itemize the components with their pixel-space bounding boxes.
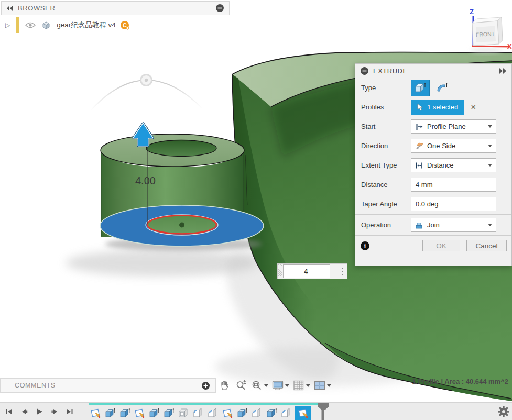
extent-type-row: Extent Type Distance <box>355 156 511 175</box>
cloud-status-badge: C <box>120 20 130 30</box>
chevron-down-icon <box>488 125 492 128</box>
start-dropdown[interactable]: Profile Plane <box>411 119 496 134</box>
ok-button[interactable]: OK <box>422 240 460 251</box>
dimension-options-menu-icon[interactable] <box>342 268 343 275</box>
timeline-item-extrude[interactable] <box>162 407 175 419</box>
operation-label: Operation <box>361 221 411 229</box>
active-component-bar <box>16 17 19 33</box>
z-axis-label: Z <box>470 8 474 16</box>
divider <box>355 235 511 236</box>
timeline-item-chamfer[interactable] <box>280 407 292 419</box>
taper-angle-row: Taper Angle 0.0 deg <box>355 194 511 214</box>
canvas-dimension-widget: 4 <box>277 263 347 279</box>
taper-angle-input[interactable]: 0.0 deg <box>411 197 496 211</box>
display-settings-button[interactable] <box>270 379 290 392</box>
start-row: Start Profile Plane <box>355 117 511 136</box>
pan-button[interactable] <box>218 379 233 392</box>
browser-panel-header: BROWSER <box>1 1 230 15</box>
expand-dialog-icon[interactable] <box>499 68 507 74</box>
timeline-bar <box>0 402 512 420</box>
zoom-button[interactable] <box>234 379 248 392</box>
sketch-center-point[interactable] <box>179 223 184 228</box>
browser-root-item[interactable]: ▷ gear纪念品教程 v4 C <box>5 17 130 34</box>
timeline-item-sketch[interactable] <box>221 407 234 419</box>
dialog-footer: i OK Cancel <box>355 236 511 251</box>
distance-label: Distance <box>361 181 411 189</box>
navigation-toolbar <box>218 378 332 393</box>
selected-profile-disc[interactable] <box>100 205 264 246</box>
operation-dropdown[interactable]: Join <box>411 218 496 232</box>
extrude-feature-icon <box>148 407 160 419</box>
timeline-item-extrude[interactable] <box>236 407 248 419</box>
timeline-item-sketch[interactable] <box>89 407 102 419</box>
go-to-start-button[interactable] <box>3 406 15 417</box>
step-back-button[interactable] <box>18 406 30 417</box>
extrude-feature-icon <box>266 407 277 419</box>
direction-label: Direction <box>361 142 411 150</box>
collapse-dialog-icon[interactable] <box>360 67 369 75</box>
step-forward-button[interactable] <box>49 406 60 417</box>
taper-rotate-manipulator[interactable] <box>90 75 203 112</box>
comments-title: COMMENTS <box>15 382 56 389</box>
chevron-down-icon <box>488 164 492 167</box>
type-solid-button[interactable] <box>411 80 430 96</box>
go-to-end-button[interactable] <box>64 406 75 417</box>
timeline-item-extrude[interactable] <box>104 407 116 419</box>
settings-gear-icon[interactable] <box>497 405 510 418</box>
extent-type-label: Extent Type <box>361 161 411 169</box>
operation-value: Join <box>427 221 484 229</box>
direction-row: Direction One Side <box>355 136 511 156</box>
profiles-label: Profiles <box>361 103 411 111</box>
play-button[interactable] <box>34 406 45 417</box>
comments-panel-header[interactable]: COMMENTS <box>0 378 216 393</box>
grid-layout-button[interactable] <box>291 379 311 392</box>
type-label: Type <box>361 84 411 92</box>
profiles-selected-chip[interactable]: 1 selected <box>411 100 464 115</box>
timeline-playhead[interactable] <box>315 403 331 420</box>
drag-handle[interactable] <box>278 264 282 278</box>
solid-extrude-icon <box>414 82 427 94</box>
timeline-item-sketch-current[interactable] <box>295 406 311 420</box>
timeline-item-shell[interactable] <box>177 407 190 419</box>
clear-selection-icon[interactable]: × <box>471 103 476 112</box>
browser-title: BROWSER <box>18 4 55 12</box>
visibility-eye-icon[interactable] <box>25 21 36 29</box>
chevron-down-icon <box>285 384 289 387</box>
extrude-dialog-header[interactable]: EXTRUDE <box>355 64 511 78</box>
timeline-item-extrude[interactable] <box>265 407 278 419</box>
collapse-panel-icon[interactable] <box>6 6 13 11</box>
distance-input[interactable]: 4 mm <box>411 178 496 192</box>
dialog-title: EXTRUDE <box>373 67 408 75</box>
x-axis-label: X <box>507 42 512 50</box>
add-comment-icon[interactable] <box>201 381 210 390</box>
cancel-button[interactable]: Cancel <box>466 240 507 251</box>
document-name[interactable]: gear纪念品教程 v4 <box>57 20 116 30</box>
fit-button[interactable] <box>249 379 269 392</box>
collapse-browser-icon[interactable] <box>215 4 224 13</box>
timeline-item-fillet[interactable] <box>192 407 204 419</box>
viewcube-front-face[interactable]: FRONT <box>476 30 495 38</box>
extrude-feature-icon <box>163 407 175 419</box>
sketch-feature-icon <box>222 407 233 419</box>
extrude-feature-icon <box>236 407 248 419</box>
direction-dropdown[interactable]: One Side <box>411 139 496 153</box>
type-thin-button[interactable] <box>433 80 452 96</box>
start-value: Profile Plane <box>427 123 484 130</box>
extent-type-dropdown[interactable]: Distance <box>411 158 496 172</box>
operation-row: Operation Join <box>355 215 511 235</box>
timeline-item-chamfer[interactable] <box>206 407 219 419</box>
cursor-icon <box>417 103 423 111</box>
timeline-item-extrude[interactable] <box>148 407 160 419</box>
chamfer-feature-icon <box>207 407 219 419</box>
timeline-item-sketch[interactable] <box>133 407 146 419</box>
dimension-value-input[interactable]: 4 <box>283 264 330 278</box>
info-icon[interactable]: i <box>360 241 370 251</box>
timeline-item-extrude[interactable] <box>118 407 131 419</box>
timeline-item-chamfer[interactable] <box>250 407 263 419</box>
sketch-feature-icon <box>134 407 145 419</box>
fillet-feature-icon <box>192 407 204 419</box>
viewcube[interactable]: FRONT Z X <box>470 8 512 53</box>
chevron-down-icon <box>488 224 492 226</box>
expand-node-icon[interactable]: ▷ <box>5 21 10 29</box>
join-operation-icon <box>415 221 423 229</box>
